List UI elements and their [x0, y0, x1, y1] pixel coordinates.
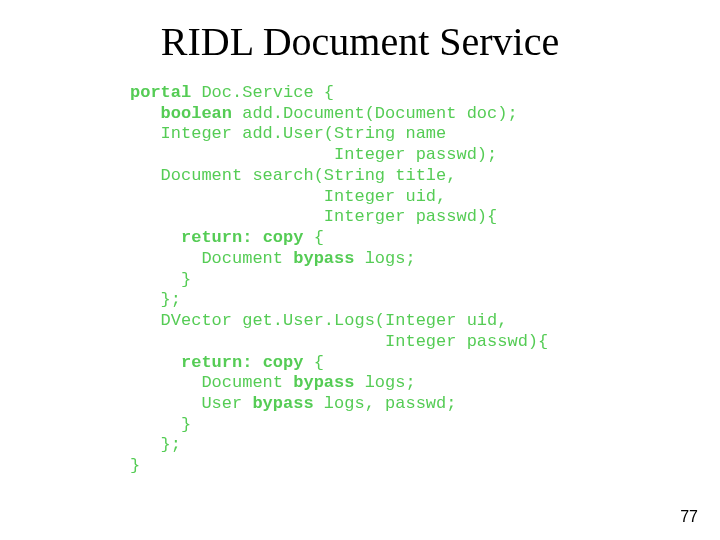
- code-text: Integer uid,: [130, 187, 446, 206]
- code-text: DVector get.User.Logs(Integer uid,: [130, 311, 507, 330]
- code-text: {: [303, 353, 323, 372]
- kw-return-copy: return: copy: [181, 353, 303, 372]
- code-text: Document: [130, 249, 293, 268]
- code-text: Interger passwd){: [130, 207, 497, 226]
- code-text: Document search(String title,: [130, 166, 456, 185]
- kw-boolean: boolean: [161, 104, 232, 123]
- page-number: 77: [680, 508, 698, 526]
- page-title: RIDL Document Service: [0, 18, 720, 65]
- code-text: logs, passwd;: [314, 394, 457, 413]
- code-block: portal Doc.Service { boolean add.Documen…: [130, 83, 720, 477]
- code-text: Integer passwd);: [130, 145, 497, 164]
- kw-portal: portal: [130, 83, 191, 102]
- code-text: Document: [130, 373, 293, 392]
- code-text: [130, 353, 181, 372]
- code-text: logs;: [354, 373, 415, 392]
- kw-return-copy: return: copy: [181, 228, 303, 247]
- code-text: Integer add.User(String name: [130, 124, 446, 143]
- kw-bypass: bypass: [293, 373, 354, 392]
- code-text: User: [130, 394, 252, 413]
- slide: RIDL Document Service portal Doc.Service…: [0, 0, 720, 540]
- code-text: {: [303, 228, 323, 247]
- code-text: }: [130, 415, 191, 434]
- code-text: Integer passwd){: [130, 332, 548, 351]
- code-text: };: [130, 290, 181, 309]
- code-text: }: [130, 456, 140, 475]
- code-text: add.Document(Document doc);: [232, 104, 518, 123]
- code-text: [130, 228, 181, 247]
- code-text: [130, 104, 161, 123]
- code-text: logs;: [354, 249, 415, 268]
- kw-bypass: bypass: [293, 249, 354, 268]
- code-text: }: [130, 270, 191, 289]
- kw-bypass: bypass: [252, 394, 313, 413]
- code-text: Doc.Service {: [191, 83, 334, 102]
- code-text: };: [130, 435, 181, 454]
